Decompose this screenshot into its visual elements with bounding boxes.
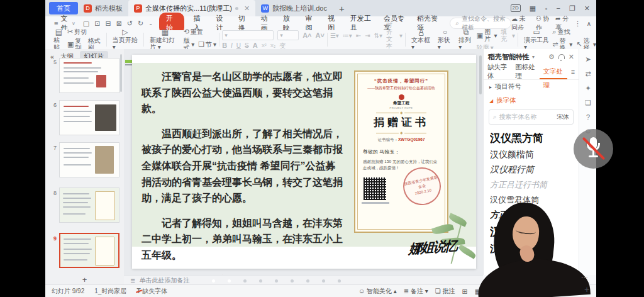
font-color-button[interactable]: A [253,42,258,49]
title-caret-icon[interactable]: ▾ [532,54,535,60]
effects-icon[interactable]: ✦ [579,84,596,92]
gear-icon[interactable]: ⚙ [548,53,555,61]
missing-font-warning[interactable]: T 缺失字体 [136,287,167,296]
font-option[interactable]: 汉仪 [490,225,572,239]
close-tab-icon[interactable]: ✕ [244,4,250,13]
font-option[interactable]: 汉仪黑方简 [490,131,572,145]
font-option[interactable]: 汉仪程行简 [490,164,572,176]
adjust-icon[interactable]: ⇄ [579,70,596,78]
panel-scrollbar[interactable] [120,54,122,92]
font-option[interactable]: 汉 [490,243,572,255]
present-tools-button[interactable]: ▭演示工具 ▾ [521,29,552,50]
font-search-input[interactable]: ⌕ 搜索字体名称 宋体 [489,109,574,125]
minimize-button[interactable]: − [556,4,560,12]
fill-button[interactable]: 填充 ▾ [501,28,515,42]
more-menu-icon[interactable]: ⋮ [575,20,581,27]
italic-button[interactable]: I [231,42,233,49]
picture-button[interactable]: ▣图片 ▾ [477,28,497,42]
normal-view-icon[interactable]: ⊞ [462,288,468,296]
font-size-select[interactable]: ▾ [277,30,299,40]
tab-text-processing[interactable]: 文字处理 [540,64,567,79]
donation-certificate-image[interactable]: “抗击疫情，希望同行” ——陕西希望工程特别行动公益募捐活动 希望工程 PROJ… [354,70,448,233]
tab-icon-processing[interactable]: 图标处理 [511,63,539,81]
current-font-badge[interactable]: 宋体 [557,113,569,121]
play-from-current-button[interactable]: ▷当页开始 ▾ [109,29,141,50]
command-search-input[interactable]: ⌕查找命令、搜索模板 [450,18,511,29]
find-button[interactable]: ⌕查找 [552,28,570,35]
font-option[interactable]: 方正吕迁行书简 [490,179,572,191]
undo-icon[interactable]: ↺ [127,20,133,28]
panel-menu-icon[interactable]: ≡ [567,68,579,76]
save-icon[interactable]: ⊡ [94,20,100,28]
grow-font-button[interactable]: A˄ [303,32,311,39]
redo-icon[interactable]: ↻ [138,20,143,28]
font-option[interactable]: 汉仪雪君体简 [490,194,572,206]
close-button[interactable]: ✕ [584,4,590,13]
text-effect-button[interactable]: 变 [279,42,286,49]
slide-canvas[interactable]: 汪警官是一名山区助学的志愿者，他立即联系了陕西公益大使温西顺，要转交这笔捐款。 … [132,55,476,269]
arrange-button[interactable]: ⧉排列 ▾ [455,29,476,50]
muted-microphone-overlay[interactable] [574,129,613,169]
textbox-button[interactable]: A̲文本框 ▾ [408,29,435,50]
bullets-button[interactable]: ☰▾ [330,32,339,39]
underline-button[interactable]: U [236,42,241,49]
font-option[interactable]: 方正金福体 [490,210,572,221]
tab-docer-template[interactable]: D 稻壳模板 [78,0,128,16]
2d-mode-icon[interactable]: 2D [511,4,521,12]
paste-button[interactable]: ▤粘贴 [50,29,67,50]
slide-thumbnail[interactable] [59,188,119,223]
close-panel-icon[interactable]: ✕ [569,53,574,61]
section-change-font[interactable]: ◢ 换字体 [484,94,579,108]
notes-toggle-button[interactable]: ≣ 备注 ▾ [404,287,428,296]
shapes-button[interactable]: ○形状 ▾ [435,29,455,50]
new-file-icon[interactable]: ▢ [83,20,89,28]
zoom-more-icon[interactable]: ⋯ [581,273,588,281]
help-icon[interactable]: ? [579,113,596,121]
zoom-in-button[interactable]: + [584,284,589,294]
shrink-font-button[interactable]: A˅ [316,32,325,39]
reading-view-icon[interactable]: ▥ [488,288,494,296]
editor-scrollbar[interactable] [479,55,482,94]
reset-button[interactable]: ⟲重置 [184,28,203,35]
restore-button[interactable]: ❐ [569,4,575,13]
strike-button[interactable]: S [245,42,249,49]
more-caret-icon[interactable]: ⌄ [148,21,153,26]
slide-thumbnail-selected[interactable] [59,233,119,268]
notes-bar[interactable]: ≣ 单击此处添加备注 [124,275,483,285]
smart-beautify-button[interactable]: ☺ 智能美化 ▴ [358,287,397,296]
sorter-view-icon[interactable]: ▦ [475,288,481,296]
home-tab[interactable]: 首页 [49,2,78,14]
send-icon[interactable]: ➤ [579,55,596,64]
outdent-button[interactable]: ⇤ [356,32,361,39]
numbering-button[interactable]: ≔▾ [343,32,352,39]
collapse-ribbon-icon[interactable]: ∧ [587,20,591,27]
indent-button[interactable]: ⇥ [365,32,370,39]
slide-thumbnail[interactable] [59,142,119,177]
slide-thumbnail[interactable] [59,100,119,135]
cut-button[interactable]: ✂剪切 [67,28,87,35]
slide-text-block[interactable]: 汪警官是一名山区助学的志愿者，他立即联系了陕西公益大使温西顺，要转交这笔捐款。 … [142,69,345,297]
add-slide-button[interactable]: + [45,275,124,284]
section-button[interactable]: ❏节 ▾ [198,41,216,48]
align-text-button[interactable]: 对齐文本 ▾ [386,21,402,49]
bell-icon[interactable] [558,54,565,59]
section-bullets[interactable]: ▸ 项目符号 [484,80,579,94]
line-spacing-button[interactable]: ⇅▾ [374,32,382,39]
slide-thumbnail[interactable] [59,58,119,93]
layout-grid-icon[interactable]: ▦ [530,4,536,13]
new-slide-button[interactable]: ▦新建幻灯片 ▾ [147,29,184,50]
font-option[interactable]: 汉仪颜楷简 [490,149,572,160]
print-icon[interactable]: ⊟ [105,20,111,28]
tab-missing-fonts[interactable]: 缺失字体 [484,63,511,81]
bold-button[interactable]: B [222,42,227,49]
new-tab-button[interactable]: + [339,3,345,14]
template-name[interactable]: 1_时尚家居 [94,287,126,296]
comments-button[interactable]: ❏ 批注 [435,287,455,296]
slideshow-icon[interactable]: ▶ [502,288,507,296]
chat-icon[interactable]: ❏ [579,99,596,107]
eye-icon[interactable]: ● [545,6,547,11]
superscript-button[interactable]: X² [262,42,267,49]
preview-icon[interactable]: ⊠ [116,20,122,28]
font-name-select[interactable]: ▾ [222,30,274,40]
subscript-button[interactable]: X₂ [270,42,275,49]
